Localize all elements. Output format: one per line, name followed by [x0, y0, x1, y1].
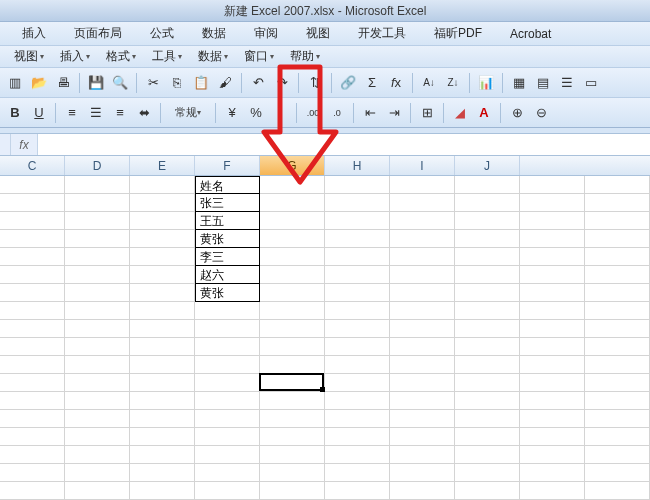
- cell[interactable]: [585, 320, 650, 338]
- cell[interactable]: [390, 356, 455, 374]
- cell[interactable]: [260, 176, 325, 194]
- formula-input[interactable]: [38, 134, 650, 155]
- hyperlink-icon[interactable]: 🔗: [337, 72, 359, 94]
- currency-icon[interactable]: ¥: [221, 102, 243, 124]
- cell[interactable]: [65, 356, 130, 374]
- function-icon[interactable]: fx: [385, 72, 407, 94]
- cell[interactable]: [585, 248, 650, 266]
- cell[interactable]: [65, 194, 130, 212]
- cell[interactable]: [390, 230, 455, 248]
- cell[interactable]: [260, 428, 325, 446]
- cell[interactable]: [390, 194, 455, 212]
- cell[interactable]: [325, 212, 390, 230]
- cell[interactable]: [455, 320, 520, 338]
- cell[interactable]: [455, 230, 520, 248]
- undo-icon[interactable]: ↶: [247, 72, 269, 94]
- cell[interactable]: [130, 428, 195, 446]
- cell[interactable]: [455, 266, 520, 284]
- sort-asc-icon[interactable]: A↓: [418, 72, 440, 94]
- cell[interactable]: [390, 212, 455, 230]
- cell[interactable]: [390, 266, 455, 284]
- delete-cells-icon[interactable]: ⊖: [530, 102, 552, 124]
- menu-acrobat[interactable]: Acrobat: [496, 27, 565, 41]
- cell[interactable]: [520, 248, 585, 266]
- cell[interactable]: [195, 410, 260, 428]
- preview-icon[interactable]: 🔍: [109, 72, 131, 94]
- cut-icon[interactable]: ✂: [142, 72, 164, 94]
- cell[interactable]: [520, 392, 585, 410]
- cell[interactable]: [585, 284, 650, 302]
- cell[interactable]: [130, 356, 195, 374]
- cell[interactable]: [65, 266, 130, 284]
- cell[interactable]: [0, 446, 65, 464]
- menu-formula[interactable]: 公式: [136, 25, 188, 42]
- cell[interactable]: [260, 464, 325, 482]
- cell[interactable]: [260, 266, 325, 284]
- cell[interactable]: [195, 446, 260, 464]
- cell[interactable]: [0, 428, 65, 446]
- align-left-icon[interactable]: ≡: [61, 102, 83, 124]
- cell[interactable]: [455, 248, 520, 266]
- cell[interactable]: [585, 410, 650, 428]
- cell[interactable]: [325, 482, 390, 500]
- cell[interactable]: [195, 302, 260, 320]
- cell[interactable]: [585, 464, 650, 482]
- menu2-view[interactable]: 视图▾: [6, 48, 52, 65]
- cell[interactable]: [520, 356, 585, 374]
- cell[interactable]: [455, 410, 520, 428]
- menu-insert[interactable]: 插入: [8, 25, 60, 42]
- cell[interactable]: [65, 212, 130, 230]
- fx-icon[interactable]: fx: [10, 134, 38, 155]
- cell[interactable]: [65, 284, 130, 302]
- cell[interactable]: [390, 248, 455, 266]
- cell[interactable]: [325, 230, 390, 248]
- cell[interactable]: [520, 230, 585, 248]
- paste-icon[interactable]: 📋: [190, 72, 212, 94]
- cell[interactable]: [65, 248, 130, 266]
- cell[interactable]: 张三: [195, 194, 260, 212]
- cell[interactable]: [520, 194, 585, 212]
- cell[interactable]: [455, 446, 520, 464]
- bold-icon[interactable]: B: [4, 102, 26, 124]
- cell[interactable]: [130, 392, 195, 410]
- underline-icon[interactable]: U: [28, 102, 50, 124]
- col-header-J[interactable]: J: [455, 156, 520, 175]
- cell[interactable]: [0, 248, 65, 266]
- open-icon[interactable]: 📂: [28, 72, 50, 94]
- cell[interactable]: [390, 482, 455, 500]
- cell[interactable]: [455, 356, 520, 374]
- menu-foxit-pdf[interactable]: 福昕PDF: [420, 25, 496, 42]
- format-painter-icon[interactable]: 🖌: [214, 72, 236, 94]
- cell[interactable]: [260, 482, 325, 500]
- cell[interactable]: [260, 446, 325, 464]
- cell[interactable]: [390, 320, 455, 338]
- cell[interactable]: [390, 374, 455, 392]
- cell[interactable]: [0, 302, 65, 320]
- cell[interactable]: [0, 356, 65, 374]
- cell[interactable]: [325, 392, 390, 410]
- col-header-C[interactable]: C: [0, 156, 65, 175]
- decrease-decimal-icon[interactable]: .0: [326, 102, 348, 124]
- comma-icon[interactable]: ,: [269, 102, 291, 124]
- cell[interactable]: [65, 320, 130, 338]
- cell[interactable]: [260, 356, 325, 374]
- cell[interactable]: [0, 284, 65, 302]
- cell[interactable]: [585, 392, 650, 410]
- cell[interactable]: [260, 410, 325, 428]
- cell[interactable]: [455, 374, 520, 392]
- cell[interactable]: [65, 446, 130, 464]
- cell[interactable]: [390, 446, 455, 464]
- cell[interactable]: [65, 338, 130, 356]
- cell[interactable]: [195, 374, 260, 392]
- cell[interactable]: [520, 482, 585, 500]
- cell[interactable]: [65, 392, 130, 410]
- cell[interactable]: [260, 230, 325, 248]
- cell[interactable]: [520, 374, 585, 392]
- cell[interactable]: [130, 446, 195, 464]
- align-right-icon[interactable]: ≡: [109, 102, 131, 124]
- cell[interactable]: [260, 392, 325, 410]
- cell[interactable]: [325, 464, 390, 482]
- cell[interactable]: [390, 302, 455, 320]
- cell[interactable]: [130, 230, 195, 248]
- cell[interactable]: 黄张: [195, 284, 260, 302]
